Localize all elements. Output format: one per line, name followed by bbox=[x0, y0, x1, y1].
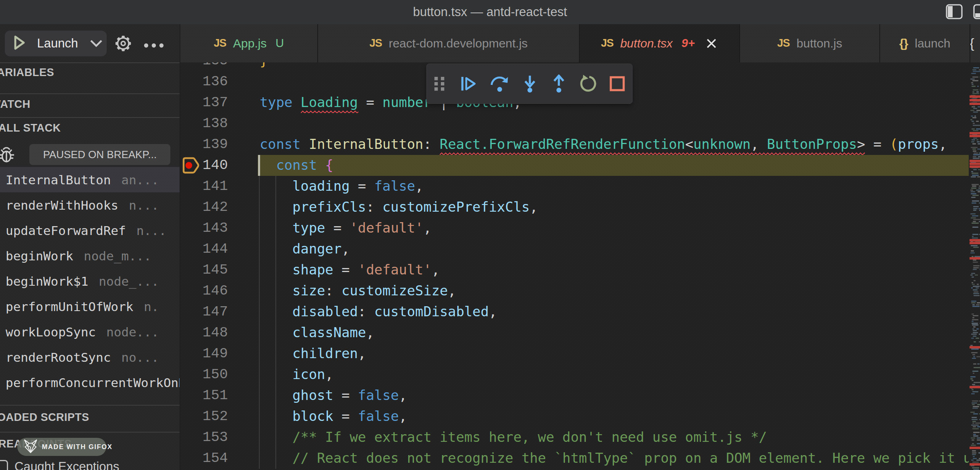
token bbox=[260, 199, 292, 215]
toggle-panel-icon[interactable] bbox=[973, 4, 980, 20]
code-line-146[interactable]: 146 size: customizeSize, bbox=[180, 280, 969, 301]
stack-frame-InternalButton[interactable]: InternalButtonan... bbox=[0, 167, 180, 192]
breakpoint-current-frame-icon[interactable] bbox=[181, 156, 200, 176]
line-number[interactable]: 152 bbox=[180, 406, 228, 427]
token: prefixCls bbox=[292, 199, 366, 215]
stack-frame-renderRootSync[interactable]: renderRootSyncno... bbox=[0, 344, 180, 370]
minimap-line-mark bbox=[977, 426, 980, 427]
line-number[interactable]: 137 bbox=[180, 92, 228, 113]
line-number[interactable]: 154 bbox=[180, 448, 228, 469]
section-call-stack[interactable]: CALL STACK bbox=[0, 122, 61, 134]
checkbox-icon[interactable] bbox=[0, 460, 8, 470]
split-editor-icon[interactable] bbox=[945, 4, 963, 20]
code-line-143[interactable]: 143 type = 'default', bbox=[180, 218, 969, 239]
stop-button[interactable] bbox=[603, 74, 631, 93]
token: , bbox=[530, 199, 538, 215]
restart-button[interactable] bbox=[573, 74, 603, 93]
code-line-145[interactable]: 145 shape = 'default', bbox=[180, 260, 969, 280]
stack-frame-beginWork[interactable]: beginWorknode_m... bbox=[0, 243, 180, 268]
line-number[interactable]: 149 bbox=[180, 343, 228, 364]
line-number[interactable]: 148 bbox=[180, 322, 228, 343]
code-editor[interactable]: 135}136137type Loading = number | boolea… bbox=[180, 62, 980, 470]
stack-frame-performUnitOfWork[interactable]: performUnitOfWorkn. bbox=[0, 294, 180, 319]
section-loaded-scripts[interactable]: LOADED SCRIPTS bbox=[0, 411, 89, 424]
line-number[interactable]: 142 bbox=[180, 197, 228, 218]
stack-frame-beginWork$1[interactable]: beginWork$1node_... bbox=[0, 268, 180, 294]
code-line-148[interactable]: 148 className, bbox=[180, 322, 969, 343]
line-number[interactable]: 141 bbox=[180, 176, 228, 197]
line-number[interactable]: 150 bbox=[180, 364, 228, 385]
code-line-138[interactable]: 138 bbox=[180, 113, 969, 134]
code-line-142[interactable]: 142 prefixCls: customizePrefixCls, bbox=[180, 197, 969, 218]
minimap-line-mark bbox=[973, 221, 976, 222]
stack-frame-location: n. bbox=[133, 299, 159, 314]
token: : bbox=[423, 136, 440, 152]
token: = bbox=[350, 178, 374, 194]
breakpoint-item-caught-exceptions[interactable]: Caught Exceptions bbox=[0, 456, 180, 470]
minimap-line-mark bbox=[972, 86, 976, 87]
minimap-line-mark bbox=[971, 171, 973, 172]
token: children bbox=[292, 346, 358, 361]
minimap-line-mark bbox=[972, 371, 978, 372]
line-number[interactable]: 145 bbox=[180, 260, 228, 280]
minimap-line-mark bbox=[973, 260, 976, 261]
minimap-line-mark bbox=[972, 354, 975, 355]
line-number[interactable]: 147 bbox=[180, 301, 228, 322]
stack-frame-workLoopSync[interactable]: workLoopSyncnode... bbox=[0, 319, 180, 344]
code-line-139[interactable]: 139const InternalButton: React.ForwardRe… bbox=[180, 134, 969, 155]
code-line-153[interactable]: 153 /** If we extract items here, we don… bbox=[180, 427, 969, 448]
minimap-line-mark bbox=[977, 363, 980, 365]
gear-icon[interactable] bbox=[114, 34, 132, 54]
minimap-line-mark bbox=[973, 169, 977, 170]
step-into-button[interactable] bbox=[515, 74, 544, 93]
more-actions-icon[interactable] bbox=[143, 43, 164, 50]
line-number[interactable]: 153 bbox=[180, 427, 228, 448]
token: } bbox=[260, 62, 268, 68]
tab-button.tsx[interactable]: JSbutton.tsx9+ bbox=[580, 24, 740, 62]
code-line-144[interactable]: 144 danger, bbox=[180, 239, 969, 260]
step-over-button[interactable] bbox=[484, 74, 515, 93]
code-line-147[interactable]: 147 disabled: customDisabled, bbox=[180, 301, 969, 322]
token: type bbox=[292, 220, 325, 236]
tab-button.js[interactable]: JSbutton.js bbox=[740, 24, 880, 62]
minimap-line-mark bbox=[971, 338, 974, 339]
stack-frame-updateForwardRef[interactable]: updateForwardRefn... bbox=[0, 218, 180, 243]
tab-App.js[interactable]: JSApp.jsU bbox=[180, 24, 318, 62]
minimap-line-mark bbox=[970, 110, 974, 111]
close-icon[interactable] bbox=[705, 37, 718, 50]
minimap[interactable] bbox=[970, 62, 980, 470]
code-text: prefixCls: customizePrefixCls, bbox=[260, 197, 538, 218]
minimap-line-mark bbox=[972, 408, 978, 409]
stack-frame-renderWithHooks[interactable]: renderWithHooksn... bbox=[0, 192, 180, 218]
code-line-151[interactable]: 151 ghost = false, bbox=[180, 385, 969, 406]
minimap-line-mark bbox=[973, 206, 979, 207]
section-variables[interactable]: VARIABLES bbox=[0, 66, 54, 79]
tab-partial[interactable]: { bbox=[970, 24, 980, 62]
code-line-154[interactable]: 154 // React does not recognize the `htm… bbox=[180, 448, 969, 469]
tab-react-dom.development.js[interactable]: JSreact-dom.development.js bbox=[318, 24, 580, 62]
code-line-150[interactable]: 150 icon, bbox=[180, 364, 969, 385]
code-line-141[interactable]: 141 loading = false, bbox=[180, 176, 969, 197]
line-number[interactable]: 144 bbox=[180, 239, 228, 260]
line-number[interactable]: 151 bbox=[180, 385, 228, 406]
token: className bbox=[292, 325, 366, 340]
minimap-line-mark bbox=[973, 336, 976, 337]
code-line-149[interactable]: 149 children, bbox=[180, 343, 969, 364]
launch-config-button[interactable]: Launch bbox=[5, 31, 107, 56]
tab-launch[interactable]: {}launch bbox=[880, 24, 970, 62]
continue-button[interactable] bbox=[453, 74, 484, 93]
line-number[interactable]: 143 bbox=[180, 218, 228, 239]
stack-frame-name: renderWithHooks bbox=[0, 198, 118, 212]
minimap-line-mark bbox=[971, 193, 976, 194]
line-number[interactable]: 136 bbox=[180, 71, 228, 92]
step-out-button[interactable] bbox=[544, 74, 573, 93]
line-number[interactable]: 138 bbox=[180, 113, 228, 134]
line-number[interactable]: 139 bbox=[180, 134, 228, 155]
code-line-140[interactable]: 140 const { bbox=[180, 155, 969, 176]
token: , bbox=[489, 304, 497, 320]
line-number[interactable]: 146 bbox=[180, 280, 228, 301]
line-number[interactable]: 135 bbox=[180, 62, 228, 71]
code-line-152[interactable]: 152 block = false, bbox=[180, 406, 969, 427]
stack-frame-performConcurrentWorkOnRoot[interactable]: performConcurrentWorkOnRoot bbox=[0, 370, 180, 395]
section-watch[interactable]: WATCH bbox=[0, 98, 30, 111]
